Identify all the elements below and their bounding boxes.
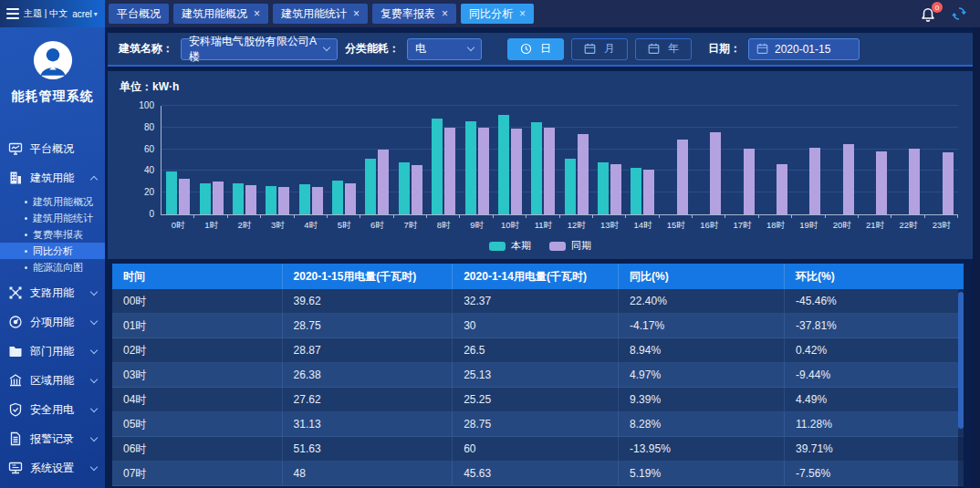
table-row: 06时51.6360-13.95%39.71% xyxy=(112,437,964,462)
building-select[interactable]: 安科瑞电气股份有限公司A楼 xyxy=(181,38,338,60)
bar-本期 xyxy=(565,159,576,214)
bar-group: 6时 xyxy=(360,106,393,214)
notification-badge: 0 xyxy=(932,2,943,13)
legend-item-同期[interactable]: 同期 xyxy=(549,239,591,253)
energy-type-select[interactable]: 电 xyxy=(407,38,482,60)
bar-同期 xyxy=(179,179,190,214)
tab-item[interactable]: 复费率报表× xyxy=(372,4,456,24)
bar-group: 0时 xyxy=(162,106,194,214)
user-menu[interactable]: acrel ▾ xyxy=(72,9,98,19)
table-cell: -7.56% xyxy=(785,462,964,485)
bar-group: 3时 xyxy=(261,106,294,214)
chevron-down-icon xyxy=(90,375,98,382)
layout: 能耗管理系统 平台概况建筑用能建筑用能概况建筑用能统计复费率报表同比分析能源流向… xyxy=(0,27,980,488)
shield-icon xyxy=(8,402,23,417)
hamburger-menu-icon[interactable] xyxy=(6,8,19,19)
refresh-icon[interactable] xyxy=(951,5,967,22)
sidebar-item[interactable]: 部门用能 xyxy=(0,337,105,366)
bar-同期 xyxy=(544,128,555,214)
period-button-月[interactable]: 月 xyxy=(571,38,628,60)
table-cell: 4.49% xyxy=(785,388,964,411)
chart-panel: 单位：kW·h 0204060801000时1时2时3时4时5时6时7时8时9时… xyxy=(108,71,973,259)
report-icon xyxy=(8,431,23,446)
close-icon[interactable]: × xyxy=(353,8,360,19)
x-axis-tick xyxy=(294,214,295,218)
close-icon[interactable]: × xyxy=(519,8,526,19)
sidebar-item-label: 安全用电 xyxy=(30,402,74,418)
topbar-actions: 0 xyxy=(920,5,980,22)
sidebar-item[interactable]: 支路用能 xyxy=(0,278,105,307)
close-icon[interactable]: × xyxy=(254,8,260,19)
x-axis-tick-label: 23时 xyxy=(918,220,964,232)
sidebar-item[interactable]: 建筑用能 xyxy=(0,163,105,192)
table-cell: 30 xyxy=(453,314,619,337)
sidebar-subitem[interactable]: 建筑用能概况 xyxy=(0,193,105,210)
sidebar-subitem-label: 同比分析 xyxy=(33,244,73,258)
tab-item[interactable]: 建筑用能统计× xyxy=(273,4,368,24)
sidebar-item[interactable]: 区域用能 xyxy=(0,366,105,395)
tab-item[interactable]: 建筑用能概况× xyxy=(173,4,268,24)
building-select-value: 安科瑞电气股份有限公司A楼 xyxy=(189,34,324,65)
tab-label: 建筑用能概况 xyxy=(182,6,247,22)
bar-本期 xyxy=(266,186,276,214)
close-icon[interactable]: × xyxy=(442,8,448,19)
bar-group: 19时 xyxy=(792,106,825,214)
bar-同期 xyxy=(843,144,854,214)
bullet-icon xyxy=(25,250,27,253)
table-row: 02时28.8726.58.94%0.42% xyxy=(112,338,964,363)
table-cell: -13.95% xyxy=(619,437,785,461)
x-axis-tick xyxy=(493,214,494,218)
table-header: 时间2020-1-15用电量(千瓦时)2020-1-14用电量(千瓦时)同比(%… xyxy=(112,264,964,289)
sidebar-item[interactable]: 系统设置 xyxy=(0,453,105,483)
period-toggle-group: 日月年 xyxy=(507,38,692,60)
table-cell: 51.63 xyxy=(283,437,454,461)
system-title: 能耗管理系统 xyxy=(0,88,105,105)
table-scrollbar-thumb[interactable] xyxy=(958,292,964,429)
table-cell: 01时 xyxy=(112,314,283,337)
sidebar-item[interactable]: 报警记录 xyxy=(0,424,105,453)
bar-本期 xyxy=(166,171,177,214)
table-cell: 05时 xyxy=(112,412,283,436)
bar-group: 17时 xyxy=(725,106,758,214)
sidebar-subitem[interactable]: 同比分析 xyxy=(0,243,105,259)
x-axis-tick xyxy=(858,214,859,218)
table-cell: 25.25 xyxy=(453,388,619,411)
table-cell: 03时 xyxy=(112,363,283,387)
period-button-年[interactable]: 年 xyxy=(635,38,692,60)
y-axis-tick-label: 0 xyxy=(123,209,154,219)
column-header: 同比(%) xyxy=(619,264,785,289)
date-label: 日期： xyxy=(708,41,741,57)
sidebar-item[interactable]: 平台概况 xyxy=(0,134,105,163)
period-button-label: 年 xyxy=(668,41,679,57)
sidebar-item[interactable]: 安全用电 xyxy=(0,395,105,424)
tab-item[interactable]: 同比分析× xyxy=(461,4,534,24)
legend-item-本期[interactable]: 本期 xyxy=(489,239,531,253)
tab-label: 平台概况 xyxy=(117,6,161,22)
bar-本期 xyxy=(598,162,609,214)
page-scroll-track[interactable] xyxy=(973,27,980,488)
tab-item[interactable]: 平台概况 xyxy=(109,4,169,24)
sidebar-subitem[interactable]: 能源流向图 xyxy=(0,259,105,275)
x-axis-tick xyxy=(526,214,526,218)
x-axis-tick xyxy=(459,214,460,218)
sidebar-item[interactable]: 分项用能 xyxy=(0,307,105,337)
x-axis-tick xyxy=(758,214,759,218)
table-cell: -4.17% xyxy=(619,314,785,337)
bar-group: 10时 xyxy=(494,106,526,214)
sidebar: 能耗管理系统 平台概况建筑用能建筑用能概况建筑用能统计复费率报表同比分析能源流向… xyxy=(0,27,105,488)
table-cell: 00时 xyxy=(112,289,283,313)
table-cell: 04时 xyxy=(112,388,283,411)
x-axis-tick xyxy=(924,214,925,218)
chevron-down-icon xyxy=(90,346,98,353)
table-scrollbar[interactable] xyxy=(958,289,964,488)
date-input[interactable]: 2020-01-15 xyxy=(748,38,860,60)
sidebar-subitem[interactable]: 建筑用能统计 xyxy=(0,210,105,226)
sidebar-subitem[interactable]: 复费率报表 xyxy=(0,226,105,243)
date-value: 2020-01-15 xyxy=(775,43,830,56)
notification-bell-icon[interactable]: 0 xyxy=(920,5,936,22)
sidebar-item-label: 区域用能 xyxy=(30,373,74,389)
topbar-title[interactable]: 主题 | 中文 xyxy=(24,7,68,20)
bar-group: 23时 xyxy=(925,106,958,214)
period-button-日[interactable]: 日 xyxy=(507,38,564,60)
branch-icon xyxy=(8,286,23,300)
